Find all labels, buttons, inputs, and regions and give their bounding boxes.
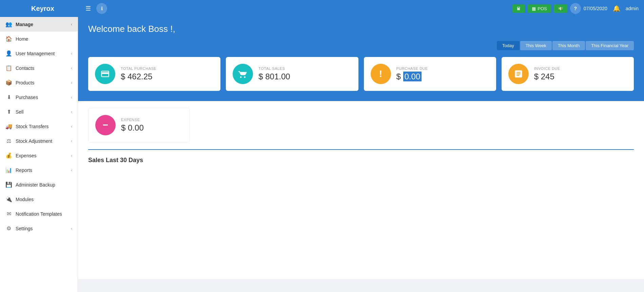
sidebar-item-label: Products <box>16 80 34 85</box>
sidebar-item-label: Reports <box>16 168 32 173</box>
chevron-icon: ‹ <box>71 22 72 27</box>
sidebar-item-label: Home <box>16 36 28 42</box>
app-title: Keyrox <box>5 5 80 13</box>
calculator-button[interactable]: 🖩 <box>512 4 525 13</box>
modules-icon: 🔌 <box>5 196 12 202</box>
expense-card: − EXPENSE $ 0.00 <box>88 108 190 142</box>
welcome-title: Welcome back Boss !, <box>88 24 634 34</box>
total-sales-value: $ 801.00 <box>258 72 290 81</box>
sidebar-item-sell[interactable]: ⬆ Sell ‹ <box>0 104 78 119</box>
invoice-due-card: INVOICE DUE $ 245 <box>502 57 634 91</box>
filter-this-financial-year-button[interactable]: This Financial Year <box>586 41 634 50</box>
below-banner: − EXPENSE $ 0.00 Sales Last 30 Days <box>78 101 644 279</box>
sidebar-item-contacts[interactable]: 📋 Contacts ‹ <box>0 61 78 75</box>
filter-buttons: Today This Week This Month This Financia… <box>88 41 634 50</box>
sidebar-item-label: Settings <box>16 226 33 231</box>
notification-templates-icon: ✉ <box>5 211 12 217</box>
total-sales-card: TOTAL SALES $ 801.00 <box>226 57 358 91</box>
header-date: 07/05/2020 <box>584 6 607 11</box>
sidebar-item-label: Stock Transfers <box>16 124 48 129</box>
sidebar-item-administer-backup[interactable]: 💾 Administer Backup <box>0 177 78 192</box>
filter-this-week-button[interactable]: This Week <box>520 41 552 50</box>
sidebar: 👥 Manage ‹ 🏠 Home 👤 User Management ‹ 📋 … <box>0 17 78 292</box>
total-purchase-icon <box>95 64 115 84</box>
sidebar-item-expenses[interactable]: 💰 Expenses ‹ <box>0 148 78 163</box>
invoice-due-info: INVOICE DUE $ 245 <box>534 66 560 81</box>
sidebar-item-label: User Management <box>16 51 55 56</box>
chevron-icon: ‹ <box>71 153 72 158</box>
user-management-icon: 👤 <box>5 50 12 57</box>
sidebar-item-label: Manage <box>16 22 33 27</box>
expenses-icon: 💰 <box>5 152 12 159</box>
chevron-icon: ‹ <box>71 51 72 56</box>
sell-icon: ⬆ <box>5 109 12 115</box>
header-left: Keyrox ☰ ℹ <box>5 3 107 14</box>
sidebar-item-stock-transfers[interactable]: 🚚 Stock Transfers ‹ <box>0 119 78 134</box>
sidebar-item-manage[interactable]: 👥 Manage ‹ <box>0 17 78 32</box>
pos-button[interactable]: ▦ POS <box>528 4 551 13</box>
sidebar-item-label: Purchases <box>16 95 38 100</box>
invoice-due-icon <box>508 64 529 84</box>
sales-section-title: Sales Last 30 Days <box>88 157 634 164</box>
expense-info: EXPENSE $ 0.00 <box>121 118 144 133</box>
hamburger-icon[interactable]: ☰ <box>85 5 91 12</box>
sidebar-item-purchases[interactable]: ⬇ Purchases ‹ <box>0 90 78 104</box>
section-divider <box>88 149 634 150</box>
purchase-due-value: $ 0.00 <box>396 72 428 81</box>
chevron-icon: ‹ <box>71 226 72 231</box>
total-purchase-info: TOTAL PURCHASE $ 462.25 <box>121 66 156 81</box>
notification-bell-icon[interactable]: 🔔 <box>613 5 620 12</box>
purchase-due-info: PURCHASE DUE $ 0.00 <box>396 66 428 81</box>
purchases-icon: ⬇ <box>5 94 12 100</box>
total-sales-info: TOTAL SALES $ 801.00 <box>258 66 290 81</box>
total-purchase-value: $ 462.25 <box>121 72 156 81</box>
sidebar-item-label: Contacts <box>16 65 34 71</box>
manage-icon: 👥 <box>5 21 12 27</box>
filter-this-month-button[interactable]: This Month <box>552 41 585 50</box>
help-icon[interactable]: ? <box>570 3 581 14</box>
welcome-banner: Welcome back Boss !, Today This Week Thi… <box>78 17 644 101</box>
chevron-icon: ‹ <box>71 66 72 71</box>
top-header: Keyrox ☰ ℹ 🖩 ▦ POS 💵 ? 07/05/2020 🔔 admi… <box>0 0 644 17</box>
purchase-due-selected: 0.00 <box>403 72 422 81</box>
chevron-icon: ‹ <box>71 80 72 85</box>
sidebar-item-label: Sell <box>16 109 23 115</box>
sidebar-item-label: Notification Templates <box>16 211 62 217</box>
info-icon[interactable]: ℹ <box>96 3 107 14</box>
expense-row: − EXPENSE $ 0.00 <box>88 108 634 142</box>
total-sales-label: TOTAL SALES <box>258 66 290 71</box>
settings-icon: ⚙ <box>5 225 12 232</box>
chevron-icon: ‹ <box>71 95 72 100</box>
layout: 👥 Manage ‹ 🏠 Home 👤 User Management ‹ 📋 … <box>0 17 644 292</box>
invoice-due-value: $ 245 <box>534 72 560 81</box>
sidebar-item-user-management[interactable]: 👤 User Management ‹ <box>0 46 78 61</box>
chevron-icon: ‹ <box>71 124 72 129</box>
header-right: 🖩 ▦ POS 💵 ? 07/05/2020 🔔 admin <box>512 3 639 14</box>
sidebar-item-home[interactable]: 🏠 Home <box>0 32 78 46</box>
chevron-icon: ‹ <box>71 168 72 173</box>
sidebar-item-label: Expenses <box>16 153 36 158</box>
expense-label: EXPENSE <box>121 118 144 122</box>
reports-icon: 📊 <box>5 167 12 173</box>
purchase-due-card: ! PURCHASE DUE $ 0.00 <box>364 57 496 91</box>
purchase-due-label: PURCHASE DUE <box>396 66 428 71</box>
total-purchase-label: TOTAL PURCHASE <box>121 66 156 71</box>
main-content: Welcome back Boss !, Today This Week Thi… <box>78 17 644 292</box>
total-sales-icon <box>233 64 253 84</box>
stat-cards-row: TOTAL PURCHASE $ 462.25 TOTAL SALES $ 80… <box>88 57 634 91</box>
sidebar-item-label: Modules <box>16 197 34 202</box>
invoice-due-label: INVOICE DUE <box>534 66 560 71</box>
chevron-icon: ‹ <box>71 110 72 114</box>
sidebar-item-reports[interactable]: 📊 Reports ‹ <box>0 163 78 177</box>
sidebar-item-notification-templates[interactable]: ✉ Notification Templates <box>0 207 78 221</box>
money-button[interactable]: 💵 <box>554 4 567 13</box>
sidebar-item-products[interactable]: 📦 Products ‹ <box>0 75 78 90</box>
expense-value: $ 0.00 <box>121 123 144 133</box>
products-icon: 📦 <box>5 79 12 86</box>
sidebar-item-modules[interactable]: 🔌 Modules <box>0 192 78 207</box>
filter-today-button[interactable]: Today <box>497 41 520 50</box>
contacts-icon: 📋 <box>5 65 12 71</box>
sidebar-item-settings[interactable]: ⚙ Settings ‹ <box>0 221 78 236</box>
purchase-due-icon: ! <box>371 64 391 84</box>
sidebar-item-stock-adjustment[interactable]: ⚖ Stock Adjustment ‹ <box>0 134 78 148</box>
